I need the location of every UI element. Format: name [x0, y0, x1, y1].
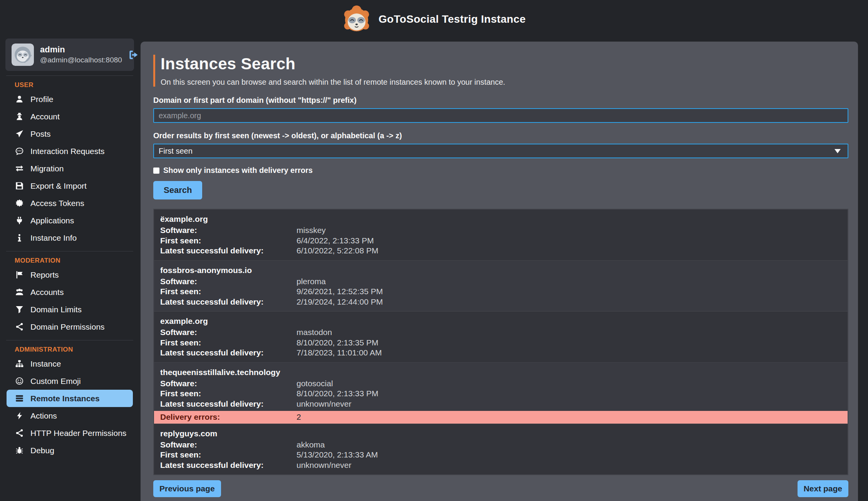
instance-field-row: First seen:8/10/2020, 2:13:33 PM — [160, 389, 841, 399]
user-name: admin — [40, 44, 122, 55]
server-icon — [15, 394, 24, 402]
field-label: Software: — [160, 379, 297, 389]
field-label: Latest successful delivery: — [160, 246, 297, 256]
field-value: misskey — [297, 225, 326, 236]
sidebar-item-applications[interactable]: Applications — [5, 212, 134, 229]
domain-search-input[interactable] — [153, 108, 848, 123]
field-value: mastodon — [297, 327, 332, 338]
instance-entry[interactable]: fossbros-anonymous.io Software:pleroma F… — [154, 261, 848, 312]
sidebar-item-label: Applications — [30, 216, 74, 225]
sidebar-item-label: Access Tokens — [30, 199, 84, 208]
search-button[interactable]: Search — [153, 181, 202, 199]
nav-moderation-section: Reports Accounts Domain Limits Domain Pe… — [5, 266, 134, 335]
field-label: Latest successful delivery: — [160, 460, 297, 471]
sidebar-item-label: Domain Permissions — [30, 322, 105, 332]
sidebar-item-label: Debug — [30, 446, 54, 455]
field-label: Software: — [160, 225, 297, 236]
delivery-errors-checkbox[interactable] — [153, 168, 159, 174]
instance-field-row: Software:gotosocial — [160, 379, 841, 389]
field-value: 8/10/2020, 2:13:33 PM — [297, 389, 379, 399]
sidebar-item-accounts[interactable]: Accounts — [5, 283, 134, 301]
sidebar-item-profile[interactable]: Profile — [5, 90, 134, 108]
sidebar-item-account[interactable]: Account — [5, 108, 134, 125]
instance-entry[interactable]: example.org Software:mastodon First seen… — [154, 312, 848, 363]
previous-page-button[interactable]: Previous page — [153, 480, 221, 497]
field-value: 7/18/2023, 11:01:00 AM — [297, 348, 382, 358]
field-value: 2 — [297, 412, 301, 422]
sidebar-item-instance-info[interactable]: Instance Info — [5, 229, 134, 246]
instance-entry[interactable]: ëxample.org Software:misskey First seen:… — [154, 209, 848, 261]
section-label-user: USER — [5, 77, 134, 90]
sidebar-item-label: Remote Instances — [30, 394, 100, 403]
sitemap-icon — [15, 360, 24, 368]
field-value: 6/4/2022, 2:13:33 PM — [297, 236, 374, 246]
delivery-errors-row: Delivery errors:2 — [154, 411, 848, 424]
flag-icon — [15, 271, 24, 279]
sidebar-item-label: Account — [30, 112, 60, 121]
field-value: akkoma — [297, 440, 325, 450]
user-handle: @admin@localhost:8080 — [40, 55, 122, 65]
instance-field-row: Latest successful delivery:2/19/2024, 12… — [160, 297, 841, 307]
instance-field-row: Software:akkoma — [160, 440, 841, 450]
field-label: Latest successful delivery: — [160, 399, 297, 409]
site-header: GoToSocial Testrig Instance — [0, 0, 868, 39]
sidebar-item-instance[interactable]: Instance — [5, 355, 134, 372]
users-icon — [15, 288, 24, 296]
arrow-right-from-bracket-icon — [128, 50, 139, 60]
sidebar-item-custom-emoji[interactable]: Custom Emoji — [5, 372, 134, 390]
share-nodes-icon — [15, 323, 24, 331]
gotosocial-sloth-logo-icon — [342, 5, 371, 34]
instance-entry[interactable]: replyguys.com Software:akkoma First seen… — [154, 424, 848, 475]
sidebar-item-label: Interaction Requests — [30, 147, 105, 156]
instance-field-row: Software:misskey — [160, 225, 841, 236]
field-label: Software: — [160, 327, 297, 338]
sidebar-item-actions[interactable]: Actions — [5, 407, 134, 424]
comment-dots-icon — [15, 147, 24, 155]
field-label: Software: — [160, 276, 297, 287]
nav-user-section: Profile Account Posts Interaction Reques… — [5, 90, 134, 246]
instances-search-panel: Instances Search On this screen you can … — [141, 42, 858, 501]
delivery-errors-checkbox-row: Show only instances with delivery errors — [153, 166, 848, 175]
instance-list: ëxample.org Software:misskey First seen:… — [153, 209, 848, 475]
order-select[interactable]: First seen — [153, 144, 848, 158]
instance-field-row: Software:pleroma — [160, 276, 841, 287]
logout-button[interactable] — [128, 50, 139, 60]
instance-field-row: First seen:6/4/2022, 2:13:33 PM — [160, 236, 841, 246]
field-value: 5/13/2020, 2:13:33 AM — [297, 450, 378, 460]
sidebar-item-interaction-requests[interactable]: Interaction Requests — [5, 142, 134, 160]
sidebar-item-label: Migration — [30, 164, 64, 173]
page-title: Instances Search — [161, 55, 848, 73]
section-label-moderation: MODERATION — [5, 253, 134, 266]
domain-input-label: Domain or first part of domain (without … — [153, 96, 848, 105]
sidebar-item-export-import[interactable]: Export & Import — [5, 177, 134, 194]
instance-field-row: First seen:5/13/2020, 2:13:33 AM — [160, 450, 841, 460]
instance-field-row: Latest successful delivery:unknown/never — [160, 399, 841, 409]
field-value: 8/10/2020, 2:13:35 PM — [297, 338, 379, 348]
plug-icon — [15, 216, 24, 225]
sidebar-item-reports[interactable]: Reports — [5, 266, 134, 283]
instance-entry[interactable]: thequeenisstillalive.technology Software… — [154, 363, 848, 424]
field-value: unknown/never — [297, 399, 351, 409]
next-page-button[interactable]: Next page — [798, 480, 848, 497]
order-select-value: First seen — [159, 147, 193, 156]
sidebar-item-label: Instance Info — [30, 233, 77, 243]
smiley-icon — [15, 377, 24, 385]
sidebar-item-access-tokens[interactable]: Access Tokens — [5, 194, 134, 212]
instance-field-row: First seen:8/10/2020, 2:13:35 PM — [160, 338, 841, 348]
sidebar-item-remote-instances[interactable]: Remote Instances — [7, 390, 133, 407]
user-card[interactable]: admin @admin@localhost:8080 — [5, 39, 134, 71]
field-value: 6/10/2022, 5:22:08 PM — [297, 246, 379, 256]
sidebar-item-http-header-permissions[interactable]: HTTP Header Permissions — [5, 424, 134, 442]
sidebar-item-debug[interactable]: Debug — [5, 442, 134, 459]
instance-field-row: Latest successful delivery:6/10/2022, 5:… — [160, 246, 841, 256]
nav-administration-section: Instance Custom Emoji Remote Instances A… — [5, 355, 134, 459]
instance-domain: fossbros-anonymous.io — [160, 265, 841, 275]
sidebar-item-posts[interactable]: Posts — [5, 125, 134, 142]
field-label: First seen: — [160, 450, 297, 460]
sidebar-item-label: Domain Limits — [30, 305, 82, 314]
sidebar-item-domain-limits[interactable]: Domain Limits — [5, 301, 134, 318]
sidebar-item-domain-permissions[interactable]: Domain Permissions — [5, 318, 134, 335]
instance-field-row: Latest successful delivery:unknown/never — [160, 460, 841, 471]
sidebar-item-migration[interactable]: Migration — [5, 160, 134, 177]
sidebar-item-label: Export & Import — [30, 181, 87, 191]
